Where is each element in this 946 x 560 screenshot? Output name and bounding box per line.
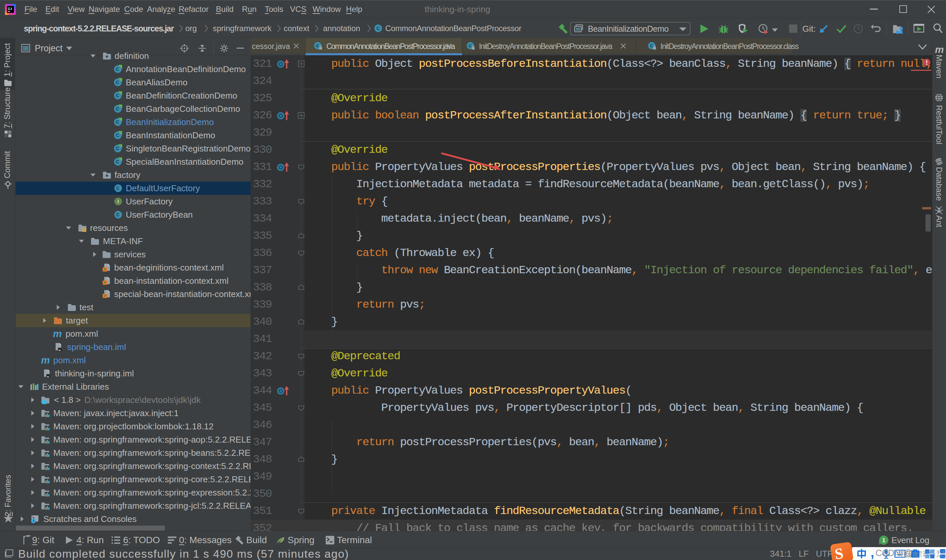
svg-text:C: C bbox=[116, 186, 120, 191]
svg-text:C: C bbox=[316, 43, 319, 48]
svg-text:IJ: IJ bbox=[8, 7, 12, 11]
svg-text:C: C bbox=[116, 119, 119, 125]
svg-text:1: 1 bbox=[882, 537, 885, 543]
svg-text:C: C bbox=[116, 159, 119, 165]
svg-text:C: C bbox=[116, 132, 119, 138]
svg-text:C: C bbox=[116, 212, 120, 217]
svg-text:I: I bbox=[117, 199, 119, 204]
svg-text:C: C bbox=[650, 43, 653, 48]
svg-text:C: C bbox=[469, 43, 472, 48]
svg-text:C: C bbox=[116, 106, 119, 111]
svg-text:C: C bbox=[116, 146, 119, 151]
svg-text:C: C bbox=[376, 26, 380, 31]
svg-text:C: C bbox=[116, 66, 119, 72]
svg-text:C: C bbox=[116, 93, 119, 98]
svg-text:C: C bbox=[116, 80, 119, 85]
